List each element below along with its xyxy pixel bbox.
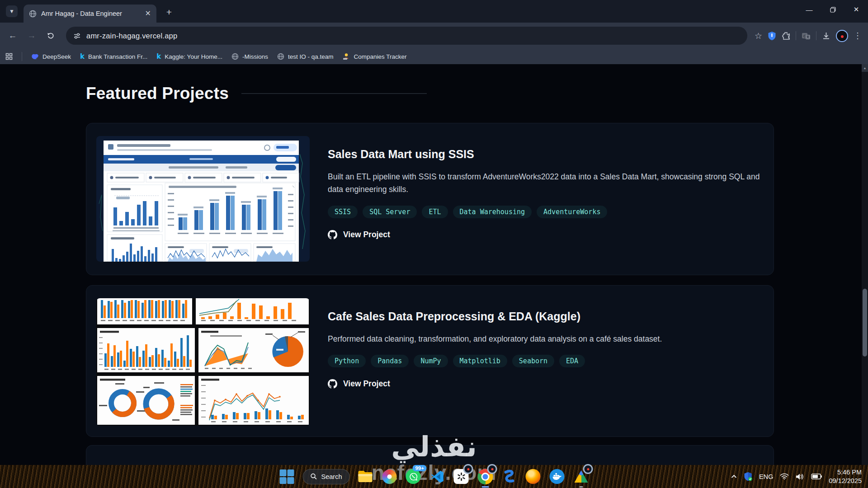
deepseek-whale-icon	[31, 53, 39, 60]
bookmark-missions[interactable]: -Missions	[231, 53, 268, 60]
tag: AdventureWorks	[537, 206, 607, 218]
tag: EDA	[559, 355, 585, 367]
technologist-icon	[342, 53, 350, 60]
chatgpt-icon[interactable]	[453, 469, 469, 485]
scrollbar-thumb[interactable]	[863, 289, 867, 357]
restore-button[interactable]	[821, 0, 844, 19]
tag: SQL Server	[363, 206, 417, 218]
back-icon[interactable]: ←	[5, 28, 21, 44]
tab-search-icon[interactable]: ▼	[6, 5, 18, 17]
bookmark-companies-tracker[interactable]: Companies Tracker	[342, 53, 406, 60]
reload-icon[interactable]	[42, 28, 59, 44]
url-bar[interactable]: amr-zain-hagag.vercel.app	[66, 27, 747, 45]
project-tags: Python Pandas NumPy Matplotlib Seaborn E…	[328, 355, 764, 367]
forward-icon[interactable]: →	[24, 28, 40, 44]
photos-app-icon[interactable]	[381, 469, 397, 485]
start-button[interactable]	[279, 469, 295, 485]
view-project-link[interactable]: View Project	[328, 230, 764, 239]
project-thumbnail-dashboard	[96, 136, 310, 262]
tray-date: 09/12/2025	[829, 477, 862, 485]
bookmark-deepseek[interactable]: DeepSeek	[31, 53, 71, 60]
globe-icon	[277, 53, 284, 60]
tab-close-icon[interactable]: ✕	[145, 10, 151, 17]
site-info-icon[interactable]	[73, 32, 81, 40]
kebab-menu-icon[interactable]: ⋮	[854, 31, 862, 41]
scroll-up-arrow[interactable]: ▲	[862, 64, 868, 72]
minimize-button[interactable]: —	[797, 0, 821, 19]
project-card-cafe-eda: Cafe Sales Data Preprocessing & EDA (Kag…	[86, 285, 774, 437]
url-text: amr-zain-hagag.vercel.app	[86, 32, 177, 40]
battery-icon[interactable]	[811, 474, 822, 479]
tag: Matplotlib	[453, 355, 507, 367]
bookmark-star-icon[interactable]: ☆	[755, 31, 762, 41]
project-title: Sales Data Mart using SSIS	[328, 148, 764, 161]
tag: NumPy	[414, 355, 448, 367]
blue-swirl-app-icon[interactable]	[501, 469, 517, 485]
running-app-indicator	[579, 486, 583, 488]
project-title: Cafe Sales Data Preprocessing & EDA (Kag…	[328, 310, 764, 323]
new-tab-button[interactable]: +	[163, 6, 175, 19]
chrome-icon[interactable]	[477, 469, 493, 485]
windows-security-shield-icon[interactable]	[744, 472, 752, 481]
whatsapp-icon[interactable]: 99+	[405, 469, 421, 485]
firefox-icon[interactable]	[525, 469, 541, 485]
translate-icon[interactable]: G	[802, 31, 811, 40]
download-icon[interactable]	[822, 32, 830, 40]
docker-icon[interactable]	[549, 469, 565, 485]
watermark-arabic: نفذلي	[0, 430, 868, 463]
taskbar-search[interactable]: Search	[303, 469, 350, 484]
github-octocat-icon	[328, 230, 337, 239]
shield-extension-icon[interactable]	[768, 31, 776, 41]
heading-divider	[241, 93, 427, 94]
search-magnifier-icon	[311, 473, 317, 480]
browser-tab-strip: ▼ Amr Hagag - Data Engineer ✕ + — ✕	[0, 0, 868, 23]
volume-icon[interactable]	[796, 473, 804, 480]
globe-icon	[29, 10, 37, 18]
wifi-icon[interactable]	[780, 473, 789, 480]
bookmarks-bar: DeepSeek k Bank Transaction Fr... k Kagg…	[0, 49, 868, 64]
page-scrollbar[interactable]: ▲	[862, 64, 868, 465]
bookmark-kaggle-home[interactable]: k Kaggle: Your Home...	[156, 52, 222, 61]
divider	[796, 31, 796, 40]
tag: Python	[328, 355, 366, 367]
file-explorer-icon[interactable]	[357, 469, 373, 485]
tray-chevron-up-icon[interactable]	[731, 474, 737, 479]
page-title: Featured Projects	[86, 84, 229, 103]
web-page: Featured Projects	[0, 64, 868, 465]
tag: SSIS	[328, 206, 358, 218]
divider	[816, 31, 816, 40]
active-app-indicator	[481, 486, 489, 488]
tray-time: 5:46 PM	[829, 468, 862, 477]
bookmark-testio[interactable]: test IO - qa.team	[277, 53, 334, 60]
project-description: Performed data cleaning, transformation,…	[328, 333, 764, 345]
browser-tab[interactable]: Amr Hagag - Data Engineer ✕	[24, 5, 156, 23]
view-project-link[interactable]: View Project	[328, 379, 764, 389]
divider	[22, 52, 22, 61]
extensions-puzzle-icon[interactable]	[782, 32, 790, 40]
tag: Seaborn	[512, 355, 554, 367]
google-drive-icon[interactable]	[573, 469, 589, 485]
language-indicator[interactable]: ENG	[759, 473, 773, 480]
camera-overlay-icon	[583, 464, 593, 474]
project-tags: SSIS SQL Server ETL Data Warehousing Adv…	[328, 206, 764, 218]
browser-toolbar: ← → amr-zain-hagag.vercel.app ☆ G	[0, 23, 868, 49]
kaggle-k-icon: k	[80, 52, 85, 61]
camera-overlay-icon	[463, 464, 473, 474]
github-octocat-icon	[328, 379, 337, 389]
tag: Pandas	[371, 355, 409, 367]
tab-title: Amr Hagag - Data Engineer	[41, 10, 141, 17]
tag: Data Warehousing	[453, 206, 532, 218]
whatsapp-badge: 99+	[412, 465, 427, 471]
kaggle-k-icon: k	[156, 52, 161, 61]
project-description: Built an ETL pipeline with SSIS to trans…	[328, 170, 764, 196]
windows-start-icon	[280, 469, 294, 484]
profile-avatar[interactable]	[836, 30, 848, 42]
apps-grid-icon[interactable]	[5, 53, 13, 60]
close-window-button[interactable]: ✕	[844, 0, 868, 19]
tag: ETL	[422, 206, 448, 218]
desktop-screen: ▼ Amr Hagag - Data Engineer ✕ + — ✕ ← →	[0, 0, 868, 488]
vscode-icon[interactable]	[429, 469, 445, 485]
bookmark-bank-transaction[interactable]: k Bank Transaction Fr...	[80, 52, 147, 61]
tray-clock[interactable]: 5:46 PM 09/12/2025	[829, 468, 862, 485]
project-card-ssis: Sales Data Mart using SSIS Built an ETL …	[86, 123, 774, 275]
